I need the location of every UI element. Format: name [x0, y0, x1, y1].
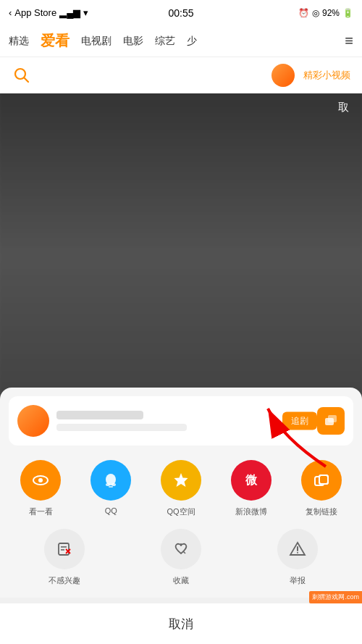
svg-point-8: [111, 483, 116, 486]
location-icon: ◎: [312, 8, 319, 18]
battery-icon: 🔋: [342, 8, 353, 18]
share-label-kanikaan: 看一看: [29, 506, 53, 517]
svg-line-19: [183, 551, 185, 553]
wifi-icon: ▾: [83, 7, 88, 18]
action-icon-report: [277, 529, 318, 569]
share-label-weibo: 新浪微博: [235, 506, 267, 517]
search-bar-area: 精彩小视频: [0, 57, 362, 93]
promo-text[interactable]: 精彩小视频: [303, 69, 350, 82]
action-label-report: 举报: [290, 575, 306, 586]
nav-jingxuan[interactable]: 精选: [9, 35, 29, 48]
preview-icon-right: [317, 407, 345, 435]
time-display: 00:55: [168, 7, 193, 19]
back-arrow[interactable]: ‹: [9, 7, 12, 18]
action-icon-favorite: [161, 529, 201, 569]
share-preview-card: 追剧: [9, 396, 353, 446]
nav-variety[interactable]: 综艺: [155, 35, 175, 48]
svg-rect-9: [109, 486, 113, 488]
action-item-report[interactable]: 举报: [240, 529, 356, 586]
share-item-weibo[interactable]: 微 新浪微博: [216, 460, 286, 517]
nav-movie[interactable]: 电影: [123, 35, 143, 48]
share-icon-qqzone: [161, 460, 201, 501]
nav-tv[interactable]: 电视剧: [81, 35, 111, 48]
share-icon-copylink: [301, 460, 342, 501]
watermark: 刺猬游戏网.com: [309, 591, 362, 603]
bg-cancel-text: 取: [338, 101, 349, 114]
share-icon-weibo: 微: [231, 460, 272, 501]
preview-action-button[interactable]: 追剧: [282, 412, 317, 430]
svg-point-22: [297, 552, 298, 553]
svg-rect-12: [319, 475, 328, 484]
preview-title-placeholder: [56, 411, 143, 419]
share-icon-kanikaan: [20, 460, 61, 501]
svg-marker-10: [174, 473, 188, 487]
status-right: ⏰ ◎ 92% 🔋: [298, 8, 353, 18]
action-row: 不感兴趣 收藏: [0, 523, 362, 598]
preview-text-area: [56, 411, 310, 431]
svg-point-7: [106, 483, 110, 486]
action-item-favorite[interactable]: 收藏: [122, 529, 239, 586]
action-item-notinterested[interactable]: 不感兴趣: [6, 529, 122, 586]
cancel-button[interactable]: 取消: [0, 603, 362, 644]
svg-line-1: [25, 78, 29, 82]
app-store-label: App Store: [14, 7, 56, 18]
action-icon-notinterested: [44, 529, 85, 569]
signal-icon: ▂▄▆: [59, 7, 80, 18]
share-icons-row: 看一看 QQ: [0, 446, 362, 523]
preview-avatar: [17, 405, 49, 437]
nav-aikan[interactable]: 爱看: [41, 31, 70, 51]
share-sheet: 追剧 看一看: [0, 388, 362, 644]
svg-point-5: [38, 478, 43, 482]
header-avatar[interactable]: [272, 64, 295, 87]
status-left: ‹ App Store ▂▄▆ ▾: [9, 7, 88, 18]
share-label-qq: QQ: [105, 506, 117, 515]
main-content: 取 追剧: [0, 93, 362, 644]
action-label-favorite: 收藏: [173, 575, 189, 586]
app-header: 精选 爱看 电视剧 电影 综艺 少 ≡: [0, 25, 362, 57]
share-icon-qq: [90, 460, 131, 501]
share-item-qqzone[interactable]: QQ空间: [146, 460, 216, 517]
battery-label: 92%: [322, 8, 340, 18]
status-bar: ‹ App Store ▂▄▆ ▾ 00:55 ⏰ ◎ 92% 🔋: [0, 0, 362, 25]
share-item-qq[interactable]: QQ: [76, 460, 146, 515]
sheet-divider: [0, 598, 362, 603]
nav-kids[interactable]: 少: [187, 35, 197, 48]
nav-more-icon[interactable]: ≡: [345, 33, 353, 49]
share-label-copylink: 复制链接: [306, 506, 337, 517]
share-label-qqzone: QQ空间: [167, 506, 195, 517]
preview-subtitle-placeholder: [56, 424, 187, 431]
search-icon[interactable]: [12, 65, 32, 85]
share-item-kanikaan[interactable]: 看一看: [6, 460, 76, 517]
svg-rect-14: [59, 543, 69, 555]
share-item-copylink[interactable]: 复制链接: [286, 460, 356, 517]
alarm-icon: ⏰: [298, 8, 309, 18]
svg-rect-3: [328, 415, 337, 422]
action-label-notinterested: 不感兴趣: [49, 575, 80, 586]
